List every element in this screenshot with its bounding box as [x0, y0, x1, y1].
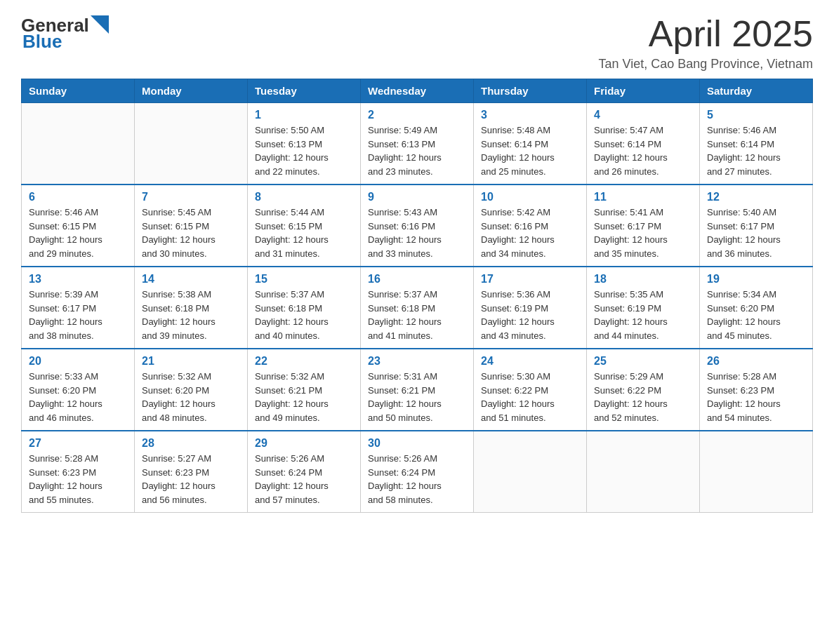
day-info: Sunrise: 5:34 AM Sunset: 6:20 PM Dayligh…	[707, 288, 805, 342]
day-info: Sunrise: 5:41 AM Sunset: 6:17 PM Dayligh…	[594, 206, 692, 260]
calendar-cell: 15Sunrise: 5:37 AM Sunset: 6:18 PM Dayli…	[248, 267, 361, 349]
calendar-week-row: 27Sunrise: 5:28 AM Sunset: 6:23 PM Dayli…	[22, 431, 813, 513]
calendar-cell: 25Sunrise: 5:29 AM Sunset: 6:22 PM Dayli…	[587, 349, 700, 431]
calendar-cell: 1Sunrise: 5:50 AM Sunset: 6:13 PM Daylig…	[248, 103, 361, 185]
day-info: Sunrise: 5:30 AM Sunset: 6:22 PM Dayligh…	[481, 370, 579, 424]
day-number: 28	[142, 437, 240, 450]
calendar-cell: 8Sunrise: 5:44 AM Sunset: 6:15 PM Daylig…	[248, 185, 361, 267]
day-info: Sunrise: 5:35 AM Sunset: 6:19 PM Dayligh…	[594, 288, 692, 342]
calendar-cell: 9Sunrise: 5:43 AM Sunset: 6:16 PM Daylig…	[361, 185, 474, 267]
calendar-week-row: 6Sunrise: 5:46 AM Sunset: 6:15 PM Daylig…	[22, 185, 813, 267]
calendar-cell: 3Sunrise: 5:48 AM Sunset: 6:14 PM Daylig…	[474, 103, 587, 185]
day-number: 10	[481, 191, 579, 203]
calendar-header-tuesday: Tuesday	[248, 79, 361, 103]
calendar-cell	[135, 103, 248, 185]
day-info: Sunrise: 5:32 AM Sunset: 6:21 PM Dayligh…	[255, 370, 353, 424]
day-number: 1	[255, 109, 353, 121]
calendar-cell: 29Sunrise: 5:26 AM Sunset: 6:24 PM Dayli…	[248, 431, 361, 513]
calendar-cell: 5Sunrise: 5:46 AM Sunset: 6:14 PM Daylig…	[700, 103, 813, 185]
day-number: 29	[255, 437, 353, 450]
calendar-cell: 20Sunrise: 5:33 AM Sunset: 6:20 PM Dayli…	[22, 349, 135, 431]
calendar-cell	[22, 103, 135, 185]
day-info: Sunrise: 5:44 AM Sunset: 6:15 PM Dayligh…	[255, 206, 353, 260]
calendar-cell: 14Sunrise: 5:38 AM Sunset: 6:18 PM Dayli…	[135, 267, 248, 349]
day-info: Sunrise: 5:29 AM Sunset: 6:22 PM Dayligh…	[594, 370, 692, 424]
calendar-cell: 2Sunrise: 5:49 AM Sunset: 6:13 PM Daylig…	[361, 103, 474, 185]
calendar-cell: 28Sunrise: 5:27 AM Sunset: 6:23 PM Dayli…	[135, 431, 248, 513]
day-info: Sunrise: 5:42 AM Sunset: 6:16 PM Dayligh…	[481, 206, 579, 260]
calendar-table: SundayMondayTuesdayWednesdayThursdayFrid…	[21, 79, 813, 513]
calendar-cell	[587, 431, 700, 513]
calendar-cell: 16Sunrise: 5:37 AM Sunset: 6:18 PM Dayli…	[361, 267, 474, 349]
day-info: Sunrise: 5:40 AM Sunset: 6:17 PM Dayligh…	[707, 206, 805, 260]
day-info: Sunrise: 5:32 AM Sunset: 6:20 PM Dayligh…	[142, 370, 240, 424]
day-number: 26	[707, 355, 805, 368]
calendar-header-monday: Monday	[135, 79, 248, 103]
day-number: 17	[481, 273, 579, 286]
logo-triangle-icon	[91, 15, 109, 34]
calendar-header-thursday: Thursday	[474, 79, 587, 103]
calendar-cell: 6Sunrise: 5:46 AM Sunset: 6:15 PM Daylig…	[22, 185, 135, 267]
day-info: Sunrise: 5:46 AM Sunset: 6:14 PM Dayligh…	[707, 123, 805, 178]
day-info: Sunrise: 5:45 AM Sunset: 6:15 PM Dayligh…	[142, 206, 240, 260]
calendar-cell: 24Sunrise: 5:30 AM Sunset: 6:22 PM Dayli…	[474, 349, 587, 431]
day-number: 16	[368, 273, 466, 286]
day-info: Sunrise: 5:47 AM Sunset: 6:14 PM Dayligh…	[594, 123, 692, 178]
day-number: 8	[255, 191, 353, 203]
page-header: General Blue April 2025 Tan Viet, Cao Ba…	[21, 14, 813, 72]
day-info: Sunrise: 5:31 AM Sunset: 6:21 PM Dayligh…	[368, 370, 466, 424]
day-number: 2	[368, 109, 466, 121]
day-info: Sunrise: 5:43 AM Sunset: 6:16 PM Dayligh…	[368, 206, 466, 260]
calendar-header-row: SundayMondayTuesdayWednesdayThursdayFrid…	[22, 79, 813, 103]
calendar-cell: 22Sunrise: 5:32 AM Sunset: 6:21 PM Dayli…	[248, 349, 361, 431]
day-number: 25	[594, 355, 692, 368]
logo-blue-text: Blue	[22, 31, 62, 53]
day-info: Sunrise: 5:38 AM Sunset: 6:18 PM Dayligh…	[142, 288, 240, 342]
day-number: 15	[255, 273, 353, 286]
calendar-cell: 26Sunrise: 5:28 AM Sunset: 6:23 PM Dayli…	[700, 349, 813, 431]
calendar-cell: 30Sunrise: 5:26 AM Sunset: 6:24 PM Dayli…	[361, 431, 474, 513]
calendar-cell: 4Sunrise: 5:47 AM Sunset: 6:14 PM Daylig…	[587, 103, 700, 185]
day-info: Sunrise: 5:27 AM Sunset: 6:23 PM Dayligh…	[142, 452, 240, 507]
day-info: Sunrise: 5:28 AM Sunset: 6:23 PM Dayligh…	[29, 452, 127, 507]
logo: General Blue	[21, 14, 109, 53]
calendar-header-friday: Friday	[587, 79, 700, 103]
title-area: April 2025 Tan Viet, Cao Bang Province, …	[598, 14, 813, 72]
calendar-cell: 10Sunrise: 5:42 AM Sunset: 6:16 PM Dayli…	[474, 185, 587, 267]
day-number: 30	[368, 437, 466, 450]
day-info: Sunrise: 5:37 AM Sunset: 6:18 PM Dayligh…	[255, 288, 353, 342]
day-number: 12	[707, 191, 805, 203]
day-number: 4	[594, 109, 692, 121]
calendar-header-sunday: Sunday	[22, 79, 135, 103]
calendar-cell: 7Sunrise: 5:45 AM Sunset: 6:15 PM Daylig…	[135, 185, 248, 267]
day-number: 13	[29, 273, 127, 286]
day-number: 27	[29, 437, 127, 450]
day-info: Sunrise: 5:39 AM Sunset: 6:17 PM Dayligh…	[29, 288, 127, 342]
calendar-cell: 13Sunrise: 5:39 AM Sunset: 6:17 PM Dayli…	[22, 267, 135, 349]
day-info: Sunrise: 5:36 AM Sunset: 6:19 PM Dayligh…	[481, 288, 579, 342]
day-info: Sunrise: 5:37 AM Sunset: 6:18 PM Dayligh…	[368, 288, 466, 342]
calendar-cell	[474, 431, 587, 513]
day-number: 6	[29, 191, 127, 203]
day-number: 22	[255, 355, 353, 368]
day-number: 20	[29, 355, 127, 368]
day-number: 21	[142, 355, 240, 368]
day-info: Sunrise: 5:33 AM Sunset: 6:20 PM Dayligh…	[29, 370, 127, 424]
calendar-cell: 17Sunrise: 5:36 AM Sunset: 6:19 PM Dayli…	[474, 267, 587, 349]
day-number: 14	[142, 273, 240, 286]
day-number: 7	[142, 191, 240, 203]
svg-marker-0	[91, 15, 109, 34]
day-number: 23	[368, 355, 466, 368]
calendar-cell: 21Sunrise: 5:32 AM Sunset: 6:20 PM Dayli…	[135, 349, 248, 431]
day-info: Sunrise: 5:46 AM Sunset: 6:15 PM Dayligh…	[29, 206, 127, 260]
calendar-cell	[700, 431, 813, 513]
calendar-cell: 19Sunrise: 5:34 AM Sunset: 6:20 PM Dayli…	[700, 267, 813, 349]
calendar-cell: 18Sunrise: 5:35 AM Sunset: 6:19 PM Dayli…	[587, 267, 700, 349]
day-number: 24	[481, 355, 579, 368]
day-info: Sunrise: 5:26 AM Sunset: 6:24 PM Dayligh…	[255, 452, 353, 507]
day-info: Sunrise: 5:48 AM Sunset: 6:14 PM Dayligh…	[481, 123, 579, 178]
day-number: 18	[594, 273, 692, 286]
day-info: Sunrise: 5:49 AM Sunset: 6:13 PM Dayligh…	[368, 123, 466, 178]
calendar-cell: 27Sunrise: 5:28 AM Sunset: 6:23 PM Dayli…	[22, 431, 135, 513]
day-number: 11	[594, 191, 692, 203]
